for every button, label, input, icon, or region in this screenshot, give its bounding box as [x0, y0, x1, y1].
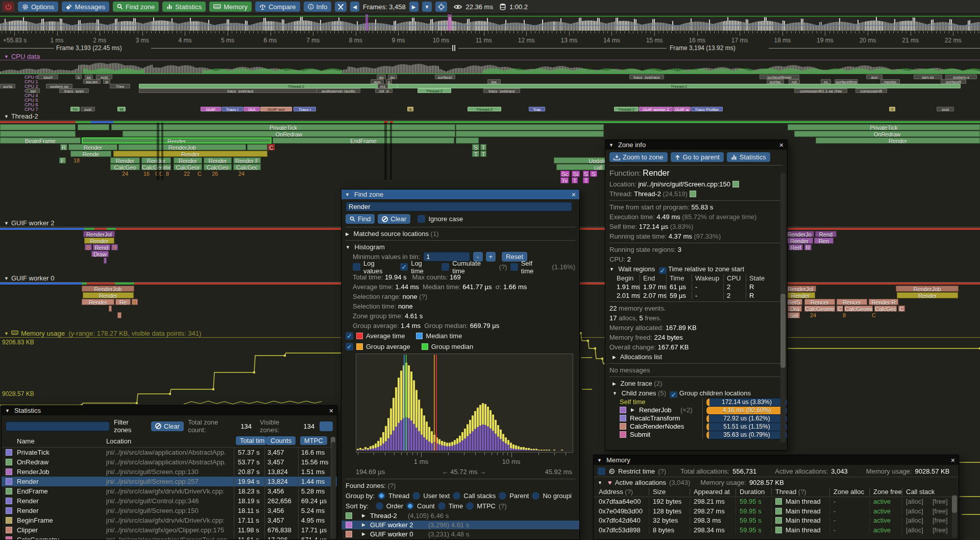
cpu-zone[interactable]: Thread-2 [397, 84, 961, 88]
info-button[interactable]: Info [304, 2, 332, 12]
cpu-zone[interactable]: Trac [529, 107, 545, 111]
expand-icon[interactable]: ▶ [362, 521, 365, 529]
cpu-zone[interactable]: rot_d [375, 88, 393, 93]
find-zone-search-input[interactable] [346, 202, 572, 212]
allocation-row[interactable]: 0x7dfc42d64032 bytes298.3 ms59.95 sMain … [594, 516, 959, 526]
cpu-zone[interactable]: tracy_systrace [483, 88, 520, 93]
stats-table-row[interactable]: EndFramejni/../jni/src/claw/gfx/drv/vk/D… [2, 486, 337, 496]
find-zone-button[interactable]: Find zone [113, 2, 159, 12]
cpu-zone[interactable]: system se [46, 84, 72, 88]
timeline-zone[interactable]: C [197, 171, 203, 177]
timeline-zone[interactable]: F [59, 157, 66, 163]
timeline-zone[interactable]: PrivateTick [788, 124, 980, 130]
cpu-zone[interactable]: surfa [0, 84, 15, 88]
timeline-zone[interactable] [109, 306, 112, 312]
timeline-zone[interactable]: 18 [67, 157, 86, 163]
cpu-zone[interactable]: m1 [378, 84, 388, 88]
timeline-zone[interactable]: Render [84, 238, 114, 244]
timeline-zone[interactable] [0, 124, 76, 130]
column-header-location[interactable]: Location [106, 437, 131, 445]
timeline-zone[interactable]: RerS [785, 299, 802, 305]
group-by-radio[interactable] [532, 492, 540, 500]
timeline-zone[interactable]: 8 [164, 171, 170, 177]
timeline-zone[interactable]: CalcGeome [141, 164, 171, 170]
timeline-zone[interactable]: 24 [232, 171, 251, 177]
timeline-zone[interactable]: Render [82, 137, 272, 144]
timeline-zone[interactable]: Rende [70, 151, 111, 157]
timeline-zone[interactable]: EndFrame [273, 137, 454, 144]
mem-col-header[interactable]: Thread (?) [775, 487, 806, 497]
thread-section-header[interactable]: ▼GUIF worker 0 [4, 274, 54, 282]
allocation-row[interactable]: 0x7dfc53d8988 bytes298.34 ms59.95 sMain … [594, 526, 959, 535]
timeline-zone[interactable]: Render [204, 157, 232, 163]
child-zone-row[interactable]: Self time172.14 us (3.83%) [617, 398, 783, 406]
stats-table-row[interactable]: CalcGeometryjni/../jni/src/claw/graphics… [2, 535, 337, 539]
cpu-zone[interactable]: ssurf [38, 75, 58, 79]
timeline-zone[interactable]: R [804, 244, 812, 250]
mem-col-header[interactable]: Size [653, 487, 666, 497]
column-header-mtpc[interactable]: MTPC [300, 436, 327, 445]
cpu-zone[interactable]: Thre [110, 84, 130, 88]
timeline-zone[interactable]: C [837, 306, 843, 312]
cpu-zone[interactable]: rworke [880, 79, 900, 84]
mem-col-header[interactable]: Zone alloc [834, 487, 864, 497]
timeline-zone[interactable]: Rend [815, 231, 837, 237]
cpu-zone[interactable]: Tracy ( [222, 107, 243, 111]
find-button[interactable]: Find [346, 214, 375, 224]
timeline-zone[interactable]: Render R [869, 299, 898, 305]
cpu-zone[interactable]: kw [487, 79, 501, 84]
cpu-zone[interactable]: A [407, 107, 413, 111]
timeline-zone[interactable]: 24 [805, 312, 821, 318]
timeline-zone[interactable]: C [268, 144, 275, 150]
stats-table-row[interactable]: Clipperjni/../jni/src/claw/gfx/geo/Clipp… [2, 525, 337, 535]
stats-table-row[interactable]: Renderjni/../jni/src/guif/Screen.cpp:150… [2, 506, 337, 515]
cpu-zone[interactable]: Tracy Profiler [691, 107, 723, 111]
timeline-zone[interactable] [456, 131, 604, 137]
timeline-zone[interactable]: Si [572, 171, 580, 177]
timeline-zone[interactable]: RenderJob [896, 286, 959, 292]
timeline-zone[interactable]: Render [113, 151, 267, 157]
sort-by-radio[interactable] [438, 502, 446, 510]
cpu-zone[interactable]: audioserver /audio [316, 88, 360, 93]
scrollbar-track[interactable] [331, 442, 336, 539]
timeline-zone[interactable] [104, 257, 107, 264]
timeline-zone[interactable]: R [60, 144, 67, 150]
timeline-zone[interactable]: T [480, 151, 486, 157]
stats-table-row[interactable]: Renderjni/../jni/src/guif/Screen.cpp:257… [2, 477, 337, 486]
timeline-zone[interactable]: OnRedraw [794, 131, 980, 137]
timeline-zone[interactable] [247, 144, 267, 150]
sort-by-radio[interactable] [406, 502, 414, 510]
cpu-zone[interactable]: surface! [435, 75, 455, 79]
cpu-zone[interactable]: aux [866, 75, 883, 79]
timeline-zone[interactable]: CalcGeor [174, 164, 202, 170]
timeline-zone[interactable]: Ren [814, 238, 834, 244]
collapse-icon[interactable]: ▼ [5, 408, 10, 413]
collapse-icon[interactable]: ▼ [612, 391, 617, 396]
close-icon[interactable]: × [951, 456, 955, 464]
timeline-zone[interactable]: Rencer [837, 299, 867, 305]
timeline-zone[interactable]: Render [786, 292, 815, 298]
go-to-parent-button[interactable]: Go to parent [671, 152, 724, 162]
cpu-zone[interactable]: surfacefling [835, 79, 858, 84]
cpu-zone[interactable]: syst [81, 107, 95, 111]
cpu-zone[interactable]: ro [821, 79, 831, 84]
cpu-zone[interactable]: se [85, 75, 93, 79]
timeline-zone[interactable]: Rencer [804, 299, 835, 305]
close-icon[interactable]: × [779, 141, 783, 149]
prev-frame-button[interactable]: ◀ [350, 2, 359, 12]
timeline-zone[interactable]: OnRedraw [122, 131, 455, 137]
histogram-option-checkbox[interactable] [400, 263, 408, 271]
cpu-zone[interactable]: kw.gm [83, 79, 101, 84]
cpu-zone[interactable]: system-s [945, 75, 977, 79]
zone-group-row[interactable]: ▶GUIF worker 2(3,296) 4.61 s [341, 521, 579, 529]
close-icon[interactable]: × [329, 407, 333, 415]
cpu-zone[interactable]: surfac [767, 79, 784, 84]
zone-statistics-button[interactable]: Statistics [727, 152, 770, 162]
filter-zones-input[interactable] [6, 421, 110, 431]
timeline-zone[interactable]: S [583, 171, 589, 177]
timeline-zone[interactable]: Render [816, 137, 980, 144]
cpu-zone[interactable]: au [388, 75, 397, 79]
timeline-zone[interactable]: Re [115, 299, 131, 305]
column-header-name[interactable]: Name [17, 437, 35, 445]
stats-table-row[interactable]: PrivateTickjni/../jni/src/claw/applicati… [2, 448, 337, 457]
